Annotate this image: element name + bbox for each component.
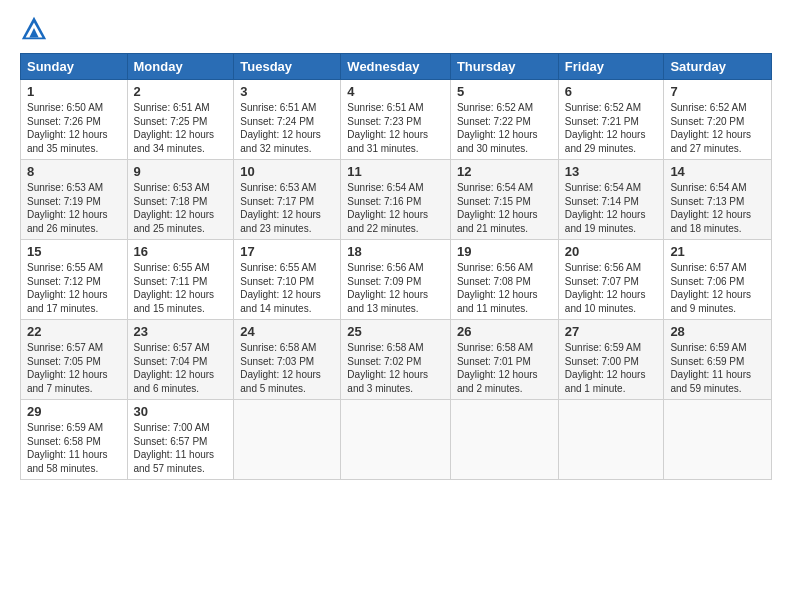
calendar-cell: 25Sunrise: 6:58 AMSunset: 7:02 PMDayligh… [341,320,451,400]
day-number: 15 [27,244,121,259]
day-detail: Sunrise: 6:57 AMSunset: 7:06 PMDaylight:… [670,261,765,315]
day-number: 1 [27,84,121,99]
header-saturday: Saturday [664,54,772,80]
day-number: 3 [240,84,334,99]
day-number: 10 [240,164,334,179]
day-detail: Sunrise: 6:54 AMSunset: 7:14 PMDaylight:… [565,181,658,235]
day-detail: Sunrise: 6:59 AMSunset: 7:00 PMDaylight:… [565,341,658,395]
day-number: 20 [565,244,658,259]
day-detail: Sunrise: 6:51 AMSunset: 7:23 PMDaylight:… [347,101,444,155]
calendar-cell: 14Sunrise: 6:54 AMSunset: 7:13 PMDayligh… [664,160,772,240]
week-row-2: 8Sunrise: 6:53 AMSunset: 7:19 PMDaylight… [21,160,772,240]
calendar-cell: 28Sunrise: 6:59 AMSunset: 6:59 PMDayligh… [664,320,772,400]
header-wednesday: Wednesday [341,54,451,80]
day-number: 30 [134,404,228,419]
day-detail: Sunrise: 6:53 AMSunset: 7:17 PMDaylight:… [240,181,334,235]
day-number: 13 [565,164,658,179]
calendar-cell: 19Sunrise: 6:56 AMSunset: 7:08 PMDayligh… [450,240,558,320]
calendar-cell: 23Sunrise: 6:57 AMSunset: 7:04 PMDayligh… [127,320,234,400]
day-number: 21 [670,244,765,259]
logo-icon [20,15,48,43]
day-number: 17 [240,244,334,259]
calendar-cell: 1Sunrise: 6:50 AMSunset: 7:26 PMDaylight… [21,80,128,160]
day-detail: Sunrise: 6:54 AMSunset: 7:13 PMDaylight:… [670,181,765,235]
day-number: 6 [565,84,658,99]
calendar-cell: 30Sunrise: 7:00 AMSunset: 6:57 PMDayligh… [127,400,234,480]
header-friday: Friday [558,54,664,80]
calendar-cell: 29Sunrise: 6:59 AMSunset: 6:58 PMDayligh… [21,400,128,480]
day-number: 26 [457,324,552,339]
calendar-cell [664,400,772,480]
logo [20,15,52,43]
day-detail: Sunrise: 6:58 AMSunset: 7:01 PMDaylight:… [457,341,552,395]
header-sunday: Sunday [21,54,128,80]
day-detail: Sunrise: 6:58 AMSunset: 7:03 PMDaylight:… [240,341,334,395]
day-number: 25 [347,324,444,339]
calendar-cell [558,400,664,480]
calendar-cell: 5Sunrise: 6:52 AMSunset: 7:22 PMDaylight… [450,80,558,160]
day-detail: Sunrise: 6:55 AMSunset: 7:12 PMDaylight:… [27,261,121,315]
day-number: 19 [457,244,552,259]
calendar-cell: 2Sunrise: 6:51 AMSunset: 7:25 PMDaylight… [127,80,234,160]
day-number: 24 [240,324,334,339]
calendar-cell: 13Sunrise: 6:54 AMSunset: 7:14 PMDayligh… [558,160,664,240]
day-detail: Sunrise: 6:50 AMSunset: 7:26 PMDaylight:… [27,101,121,155]
calendar-cell: 4Sunrise: 6:51 AMSunset: 7:23 PMDaylight… [341,80,451,160]
day-number: 14 [670,164,765,179]
day-detail: Sunrise: 6:52 AMSunset: 7:22 PMDaylight:… [457,101,552,155]
day-detail: Sunrise: 6:54 AMSunset: 7:15 PMDaylight:… [457,181,552,235]
calendar-cell: 15Sunrise: 6:55 AMSunset: 7:12 PMDayligh… [21,240,128,320]
page-header [20,15,772,43]
calendar-cell: 6Sunrise: 6:52 AMSunset: 7:21 PMDaylight… [558,80,664,160]
day-detail: Sunrise: 6:55 AMSunset: 7:10 PMDaylight:… [240,261,334,315]
day-detail: Sunrise: 6:53 AMSunset: 7:18 PMDaylight:… [134,181,228,235]
calendar-header-row: Sunday Monday Tuesday Wednesday Thursday… [21,54,772,80]
day-detail: Sunrise: 6:59 AMSunset: 6:59 PMDaylight:… [670,341,765,395]
day-detail: Sunrise: 6:55 AMSunset: 7:11 PMDaylight:… [134,261,228,315]
day-number: 22 [27,324,121,339]
calendar-table: Sunday Monday Tuesday Wednesday Thursday… [20,53,772,480]
day-number: 7 [670,84,765,99]
calendar-page: Sunday Monday Tuesday Wednesday Thursday… [0,0,792,612]
day-number: 11 [347,164,444,179]
day-number: 28 [670,324,765,339]
calendar-cell: 17Sunrise: 6:55 AMSunset: 7:10 PMDayligh… [234,240,341,320]
day-detail: Sunrise: 6:56 AMSunset: 7:08 PMDaylight:… [457,261,552,315]
day-detail: Sunrise: 6:54 AMSunset: 7:16 PMDaylight:… [347,181,444,235]
day-detail: Sunrise: 6:52 AMSunset: 7:20 PMDaylight:… [670,101,765,155]
day-number: 2 [134,84,228,99]
calendar-cell: 26Sunrise: 6:58 AMSunset: 7:01 PMDayligh… [450,320,558,400]
calendar-cell: 8Sunrise: 6:53 AMSunset: 7:19 PMDaylight… [21,160,128,240]
day-number: 4 [347,84,444,99]
header-thursday: Thursday [450,54,558,80]
day-number: 23 [134,324,228,339]
calendar-cell: 18Sunrise: 6:56 AMSunset: 7:09 PMDayligh… [341,240,451,320]
day-detail: Sunrise: 6:53 AMSunset: 7:19 PMDaylight:… [27,181,121,235]
calendar-cell: 21Sunrise: 6:57 AMSunset: 7:06 PMDayligh… [664,240,772,320]
day-number: 18 [347,244,444,259]
day-detail: Sunrise: 6:51 AMSunset: 7:25 PMDaylight:… [134,101,228,155]
week-row-4: 22Sunrise: 6:57 AMSunset: 7:05 PMDayligh… [21,320,772,400]
day-detail: Sunrise: 6:59 AMSunset: 6:58 PMDaylight:… [27,421,121,475]
calendar-cell: 7Sunrise: 6:52 AMSunset: 7:20 PMDaylight… [664,80,772,160]
week-row-3: 15Sunrise: 6:55 AMSunset: 7:12 PMDayligh… [21,240,772,320]
calendar-cell: 12Sunrise: 6:54 AMSunset: 7:15 PMDayligh… [450,160,558,240]
day-detail: Sunrise: 6:57 AMSunset: 7:04 PMDaylight:… [134,341,228,395]
calendar-cell [341,400,451,480]
day-number: 29 [27,404,121,419]
calendar-cell: 10Sunrise: 6:53 AMSunset: 7:17 PMDayligh… [234,160,341,240]
calendar-cell: 27Sunrise: 6:59 AMSunset: 7:00 PMDayligh… [558,320,664,400]
calendar-cell: 11Sunrise: 6:54 AMSunset: 7:16 PMDayligh… [341,160,451,240]
calendar-cell: 16Sunrise: 6:55 AMSunset: 7:11 PMDayligh… [127,240,234,320]
day-number: 16 [134,244,228,259]
day-detail: Sunrise: 6:57 AMSunset: 7:05 PMDaylight:… [27,341,121,395]
header-tuesday: Tuesday [234,54,341,80]
day-detail: Sunrise: 6:58 AMSunset: 7:02 PMDaylight:… [347,341,444,395]
day-detail: Sunrise: 6:51 AMSunset: 7:24 PMDaylight:… [240,101,334,155]
day-detail: Sunrise: 7:00 AMSunset: 6:57 PMDaylight:… [134,421,228,475]
calendar-cell [450,400,558,480]
calendar-cell [234,400,341,480]
day-detail: Sunrise: 6:56 AMSunset: 7:07 PMDaylight:… [565,261,658,315]
day-number: 5 [457,84,552,99]
day-number: 27 [565,324,658,339]
